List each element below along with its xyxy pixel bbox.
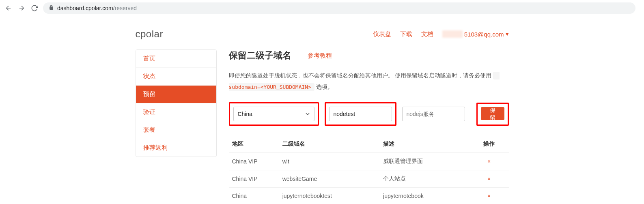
sidebar-item-referral[interactable]: 推荐返利 <box>136 139 216 157</box>
th-ops: 操作 <box>470 135 509 153</box>
highlight-subdomain <box>325 102 396 126</box>
description: 即使您的隧道处于脱机状态，也不会将保留域名分配给其他用户。 使用保留域名启动隧道… <box>229 70 509 92</box>
region-select[interactable]: China <box>233 107 314 121</box>
highlight-region: China <box>229 102 319 126</box>
sidebar: 首页 状态 预留 验证 套餐 推荐返利 <box>136 49 217 157</box>
reserve-button[interactable]: 保留 <box>481 107 504 120</box>
reserve-form: China 保留 <box>229 102 509 126</box>
lock-icon <box>49 5 54 11</box>
nav-download[interactable]: 下载 <box>400 30 412 38</box>
sidebar-item-home[interactable]: 首页 <box>136 50 216 68</box>
back-icon[interactable] <box>5 4 12 12</box>
url-text: dashboard.cpolar.com/reserved <box>57 5 137 11</box>
reload-icon[interactable] <box>31 4 38 12</box>
email-prefix-redacted <box>442 30 463 38</box>
sidebar-item-reserved[interactable]: 预留 <box>136 86 216 103</box>
delete-icon[interactable]: × <box>487 193 491 199</box>
table-row: China VIP wlt 威联通管理界面 × <box>229 153 509 170</box>
th-region: 地区 <box>229 135 279 153</box>
delete-icon[interactable]: × <box>487 158 491 165</box>
page-title: 保留二级子域名 <box>229 49 291 62</box>
user-menu[interactable]: 5103@qq.com ▾ <box>442 30 509 38</box>
nav-docs[interactable]: 文档 <box>421 30 433 38</box>
chevron-down-icon: ▾ <box>506 30 509 38</box>
th-subdomain: 二级域名 <box>279 135 380 153</box>
url-bar[interactable]: dashboard.cpolar.com/reserved <box>43 2 635 14</box>
main-content: 保留二级子域名 参考教程 即使您的隧道处于脱机状态，也不会将保留域名分配给其他用… <box>229 49 509 204</box>
nav-dashboard[interactable]: 仪表盘 <box>373 30 391 38</box>
forward-icon[interactable] <box>18 4 25 12</box>
highlight-submit: 保留 <box>476 103 509 126</box>
tutorial-link[interactable]: 参考教程 <box>308 52 332 60</box>
table-row: China jupyternotebooktest jupyternoteboo… <box>229 188 509 204</box>
reserved-table: 地区 二级域名 描述 操作 China VIP wlt 威联通管理界面 × Ch… <box>229 135 509 204</box>
logo: cpolar <box>136 28 163 40</box>
sidebar-item-verify[interactable]: 验证 <box>136 103 216 121</box>
browser-toolbar: dashboard.cpolar.com/reserved <box>0 0 644 16</box>
delete-icon[interactable]: × <box>487 176 491 182</box>
page-header: cpolar 仪表盘 下载 文档 5103@qq.com ▾ <box>136 28 509 49</box>
description-input[interactable] <box>402 107 465 121</box>
table-row: China VIP websiteGame 个人站点 × <box>229 170 509 188</box>
subdomain-input[interactable] <box>329 107 392 121</box>
sidebar-item-status[interactable]: 状态 <box>136 68 216 86</box>
sidebar-item-plan[interactable]: 套餐 <box>136 121 216 139</box>
th-desc: 描述 <box>380 135 470 153</box>
